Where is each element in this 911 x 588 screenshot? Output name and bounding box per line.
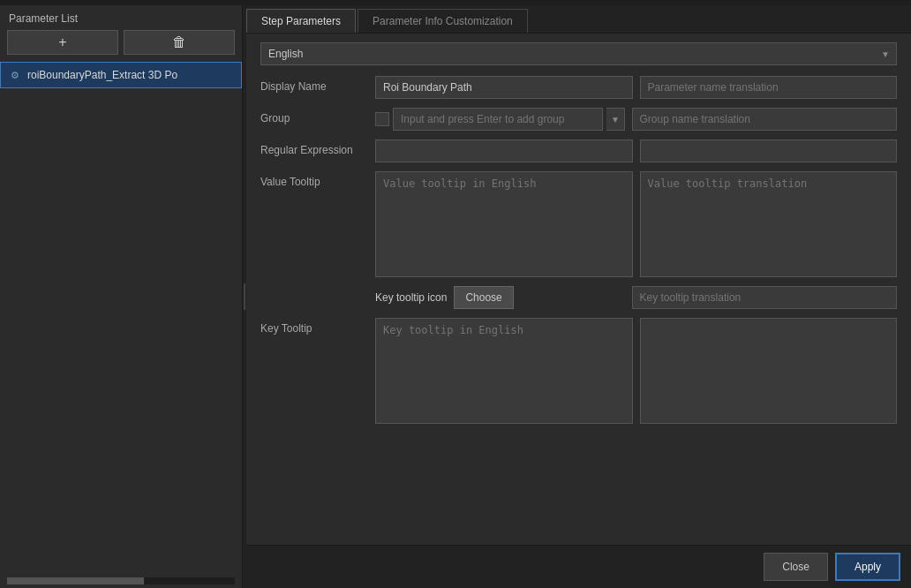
scrollbar-thumb bbox=[7, 577, 144, 584]
regular-expression-translation-input[interactable] bbox=[640, 139, 898, 162]
bottom-bar: Close Apply bbox=[246, 545, 911, 588]
right-panel: Step Parameters Parameter Info Customiza… bbox=[246, 5, 911, 588]
form-area: English ▼ Display Name Group bbox=[246, 34, 911, 545]
key-tooltip-icon-row: Key tooltip icon Choose bbox=[260, 286, 897, 309]
list-item-text: roiBoundaryPath_Extract 3D Po bbox=[27, 69, 177, 81]
choose-button[interactable]: Choose bbox=[454, 286, 513, 309]
display-name-fields bbox=[375, 76, 897, 99]
chevron-down-icon: ▼ bbox=[611, 115, 620, 124]
key-tooltip-label: Key Tooltip bbox=[260, 318, 375, 335]
left-panel: Parameter List + 🗑 ⚙ roiBoundaryPath_Ext… bbox=[0, 5, 243, 588]
group-row: Group ▼ bbox=[260, 108, 897, 131]
group-label: Group bbox=[260, 108, 375, 124]
group-input-container: ▼ bbox=[375, 108, 625, 131]
regular-expression-row: Regular Expression bbox=[260, 139, 897, 162]
parameter-list-header: Parameter List bbox=[0, 5, 242, 30]
group-dropdown-button[interactable]: ▼ bbox=[606, 108, 624, 131]
display-name-row: Display Name bbox=[260, 76, 897, 99]
regular-expression-fields bbox=[375, 139, 897, 162]
tab-step-parameters[interactable]: Step Parameters bbox=[246, 9, 356, 33]
value-tooltip-label: Value Tooltip bbox=[260, 171, 375, 188]
key-tooltip-icon-label: Key tooltip icon bbox=[375, 291, 447, 304]
tabs-container: Step Parameters Parameter Info Customiza… bbox=[246, 5, 911, 34]
display-name-translation-input[interactable] bbox=[640, 76, 898, 99]
language-select-wrapper: English ▼ bbox=[260, 42, 897, 65]
close-button[interactable]: Close bbox=[764, 553, 828, 581]
regular-expression-label: Regular Expression bbox=[260, 139, 375, 156]
key-tooltip-english-row: Key Tooltip bbox=[260, 318, 897, 424]
value-tooltip-english-textarea[interactable] bbox=[375, 171, 633, 277]
left-panel-spacer bbox=[0, 88, 242, 574]
key-tooltip-translation-input[interactable] bbox=[632, 286, 898, 309]
tab-parameter-info-customization[interactable]: Parameter Info Customization bbox=[358, 9, 528, 33]
language-select[interactable]: English bbox=[260, 42, 897, 65]
left-panel-scrollbar[interactable] bbox=[7, 577, 235, 584]
key-tooltip-english-textarea[interactable] bbox=[375, 318, 633, 424]
group-checkbox[interactable] bbox=[375, 112, 389, 126]
key-tooltip-icon-container: Key tooltip icon Choose bbox=[375, 286, 625, 309]
display-name-label: Display Name bbox=[260, 76, 375, 93]
value-tooltip-fields bbox=[375, 171, 897, 277]
main-container: Parameter List + 🗑 ⚙ roiBoundaryPath_Ext… bbox=[0, 0, 911, 588]
key-tooltip-icon-spacer bbox=[260, 286, 375, 290]
delete-icon: 🗑 bbox=[172, 34, 186, 50]
apply-button[interactable]: Apply bbox=[835, 553, 900, 581]
group-fields: ▼ bbox=[375, 108, 897, 131]
key-tooltip-translation-textarea[interactable] bbox=[640, 318, 898, 424]
add-parameter-button[interactable]: + bbox=[7, 30, 118, 55]
group-text-input[interactable] bbox=[393, 108, 603, 131]
content-area: Parameter List + 🗑 ⚙ roiBoundaryPath_Ext… bbox=[0, 5, 911, 588]
value-tooltip-translation-textarea[interactable] bbox=[640, 171, 898, 277]
parameter-icon: ⚙ bbox=[8, 68, 22, 82]
key-tooltip-fields bbox=[375, 318, 897, 424]
left-panel-toolbar: + 🗑 bbox=[0, 30, 242, 62]
key-tooltip-icon-fields: Key tooltip icon Choose bbox=[375, 286, 897, 309]
group-translation-input[interactable] bbox=[632, 108, 898, 131]
language-row: English ▼ bbox=[260, 42, 897, 65]
value-tooltip-row: Value Tooltip bbox=[260, 171, 897, 277]
regular-expression-input[interactable] bbox=[375, 139, 633, 162]
list-item[interactable]: ⚙ roiBoundaryPath_Extract 3D Po bbox=[0, 62, 242, 88]
splitter-indicator bbox=[244, 283, 245, 310]
delete-parameter-button[interactable]: 🗑 bbox=[124, 30, 235, 55]
display-name-english-input[interactable] bbox=[375, 76, 633, 99]
